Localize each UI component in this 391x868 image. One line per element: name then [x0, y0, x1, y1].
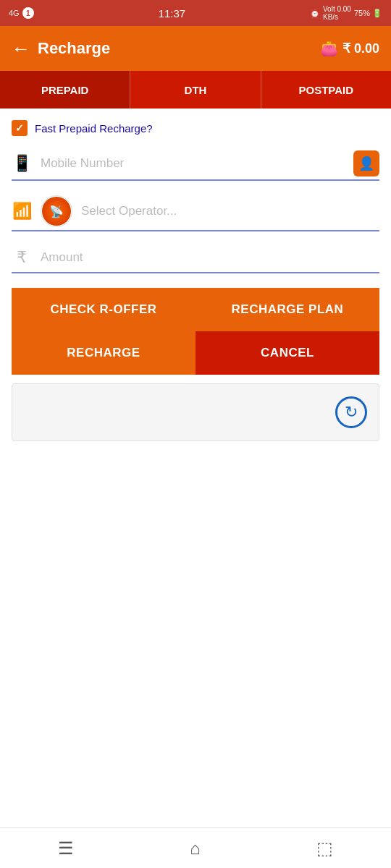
- fast-prepaid-checkbox[interactable]: ✓: [12, 120, 28, 136]
- fast-prepaid-row: ✓ Fast Prepaid Recharge?: [12, 120, 379, 136]
- home-icon[interactable]: ⌂: [190, 838, 201, 859]
- phone-icon: 📱: [12, 154, 32, 173]
- bottom-navigation: ☰ ⌂ ⬚: [0, 827, 391, 868]
- tab-postpaid[interactable]: POSTPAID: [261, 71, 391, 109]
- signal-icon: 4G: [9, 9, 20, 17]
- operator-logo: 📡: [41, 195, 72, 227]
- mobile-number-input[interactable]: [41, 152, 345, 175]
- battery-icon: 75% 🔋: [354, 9, 382, 18]
- contact-icon: 👤: [358, 156, 374, 171]
- main-content: ✓ Fast Prepaid Recharge? 📱 👤 📶 📡 ₹ CHECK…: [0, 109, 391, 453]
- amount-input[interactable]: [41, 246, 379, 269]
- operator-select-input[interactable]: [81, 200, 379, 223]
- action-buttons: CHECK R-OFFER RECHARGE PLAN RECHARGE CAN…: [12, 288, 379, 375]
- mobile-number-row: 📱 👤: [12, 150, 379, 181]
- status-bar: 4G 1 11:37 ⏰ Volt 0.00KB/s 75% 🔋: [0, 0, 391, 26]
- refresh-panel: ↻: [12, 383, 379, 441]
- cancel-button[interactable]: CANCEL: [196, 331, 379, 375]
- tab-dth[interactable]: DTH: [130, 71, 261, 109]
- amount-row: ₹: [12, 246, 379, 273]
- operator-row: 📶 📡: [12, 195, 379, 231]
- status-right: ⏰ Volt 0.00KB/s 75% 🔋: [310, 5, 382, 21]
- menu-icon[interactable]: ☰: [58, 838, 74, 859]
- contact-picker-button[interactable]: 👤: [353, 150, 379, 176]
- wallet-icon: 👛: [320, 40, 338, 57]
- signal-bars-icon: 📶: [12, 202, 32, 221]
- tab-bar: PREPAID DTH POSTPAID: [0, 71, 391, 109]
- header: ← Recharge 👛 ₹ 0.00: [0, 26, 391, 71]
- wallet-balance: 👛 ₹ 0.00: [320, 40, 379, 57]
- refresh-button[interactable]: ↻: [335, 396, 367, 428]
- check-roffer-button[interactable]: CHECK R-OFFER: [12, 288, 196, 331]
- operator-logo-inner: 📡: [42, 197, 71, 226]
- alarm-icon: ⏰: [310, 9, 320, 18]
- tab-prepaid[interactable]: PREPAID: [0, 71, 130, 109]
- network-icon: 1: [22, 7, 34, 19]
- rupee-icon: ₹: [12, 248, 32, 267]
- clock: 11:37: [159, 7, 186, 20]
- header-left: ← Recharge: [12, 38, 110, 60]
- back-button[interactable]: ←: [12, 38, 30, 60]
- wallet-amount: ₹ 0.00: [342, 41, 379, 56]
- signal-strength: Volt 0.00KB/s: [323, 5, 351, 21]
- status-left: 4G 1: [9, 7, 34, 19]
- fast-prepaid-label: Fast Prepaid Recharge?: [35, 122, 153, 135]
- back-nav-icon[interactable]: ⬚: [316, 838, 333, 859]
- recharge-button[interactable]: RECHARGE: [12, 331, 196, 375]
- recharge-plan-button[interactable]: RECHARGE PLAN: [196, 288, 379, 331]
- page-title: Recharge: [38, 39, 110, 58]
